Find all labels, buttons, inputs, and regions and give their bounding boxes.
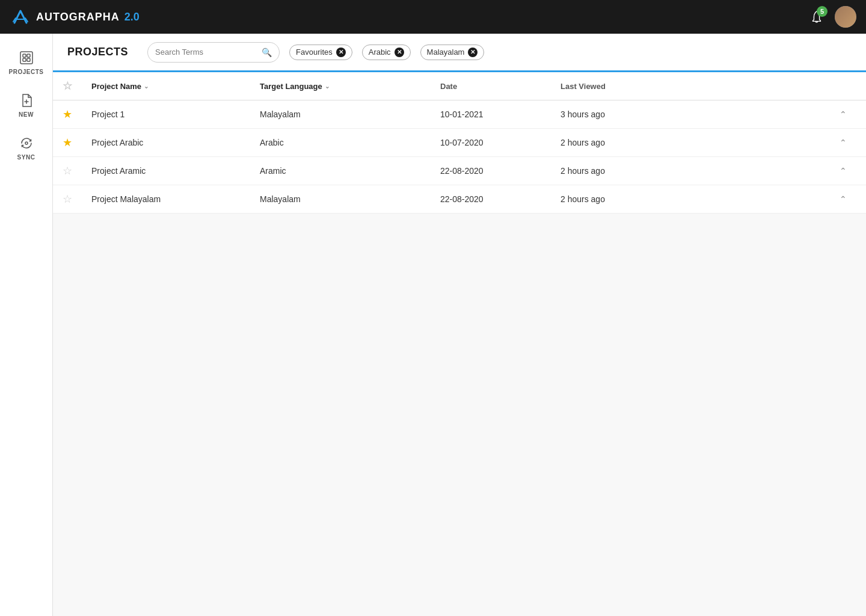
app-logo: AUTOGRAPHA 2.0 — [10, 6, 140, 28]
row-last-viewed: 2 hours ago — [551, 185, 830, 214]
expand-icon[interactable]: ⌃ — [840, 109, 847, 119]
avatar-image — [835, 6, 856, 28]
table-row: ★ Project Arabic Arabic 10-07-2020 2 hou… — [53, 129, 866, 157]
row-project-name: Project Arabic — [82, 129, 250, 157]
content-header: PROJECTS 🔍 Favourites ✕ Arabic ✕ Malayal… — [53, 34, 866, 72]
content-area: PROJECTS 🔍 Favourites ✕ Arabic ✕ Malayal… — [53, 34, 866, 616]
th-last-viewed: Last Viewed — [551, 72, 830, 100]
search-box[interactable]: 🔍 — [147, 42, 280, 63]
row-star-cell[interactable]: ☆ — [53, 157, 82, 185]
row-star-cell[interactable]: ☆ — [53, 185, 82, 214]
row-star-cell[interactable]: ★ — [53, 100, 82, 129]
row-action[interactable]: ⌃ — [830, 185, 866, 214]
row-date: 22-08-2020 — [431, 185, 551, 214]
search-input[interactable] — [155, 48, 259, 57]
table-body: ★ Project 1 Malayalam 10-01-2021 3 hours… — [53, 100, 866, 214]
main-layout: PROJECTS NEW — [0, 34, 866, 616]
search-icon: 🔍 — [262, 48, 272, 57]
row-action[interactable]: ⌃ — [830, 157, 866, 185]
row-date: 10-07-2020 — [431, 129, 551, 157]
svg-rect-4 — [23, 58, 26, 61]
project-name-label: Project Name — [91, 82, 141, 91]
date-label: Date — [440, 82, 457, 91]
row-target-language: Arabic — [250, 129, 431, 157]
table-row: ★ Project 1 Malayalam 10-01-2021 3 hours… — [53, 100, 866, 129]
filter-favourites-label: Favourites — [296, 48, 333, 57]
row-action[interactable]: ⌃ — [830, 100, 866, 129]
th-action — [830, 72, 866, 100]
page-title: PROJECTS — [67, 46, 128, 58]
row-project-name: Project Malayalam — [82, 185, 250, 214]
row-action[interactable]: ⌃ — [830, 129, 866, 157]
table-header-row: ☆ Project Name ⌄ Target Language ⌄ — [53, 72, 866, 100]
project-name-sort[interactable]: Project Name ⌄ — [91, 82, 241, 91]
row-date: 22-08-2020 — [431, 157, 551, 185]
row-target-language: Aramic — [250, 157, 431, 185]
row-date: 10-01-2021 — [431, 100, 551, 129]
filter-malayalam-close[interactable]: ✕ — [468, 48, 478, 57]
topbar-right: 5 — [806, 6, 856, 28]
star-toggle[interactable]: ☆ — [63, 193, 72, 205]
svg-rect-0 — [10, 6, 31, 28]
th-target-language[interactable]: Target Language ⌄ — [250, 72, 431, 100]
filter-chip-arabic[interactable]: Arabic ✕ — [362, 45, 411, 60]
projects-table: ☆ Project Name ⌄ Target Language ⌄ — [53, 72, 866, 214]
filter-chip-malayalam[interactable]: Malayalam ✕ — [420, 45, 485, 60]
svg-rect-1 — [20, 52, 32, 64]
projects-icon — [18, 49, 35, 66]
star-toggle[interactable]: ☆ — [63, 165, 72, 177]
th-date: Date — [431, 72, 551, 100]
sidebar-item-projects[interactable]: PROJECTS — [4, 43, 49, 81]
filter-arabic-close[interactable]: ✕ — [395, 48, 404, 57]
sidebar-item-sync[interactable]: SYNC — [4, 129, 49, 167]
lang-sort-icon: ⌄ — [325, 83, 330, 90]
target-language-sort[interactable]: Target Language ⌄ — [260, 82, 421, 91]
avatar[interactable] — [835, 6, 856, 28]
row-project-name: Project Aramic — [82, 157, 250, 185]
topbar: AUTOGRAPHA 2.0 5 — [0, 0, 866, 34]
new-file-icon — [18, 92, 35, 109]
filter-chip-favourites[interactable]: Favourites ✕ — [289, 45, 352, 60]
row-last-viewed: 2 hours ago — [551, 157, 830, 185]
filter-malayalam-label: Malayalam — [427, 48, 465, 57]
svg-rect-5 — [27, 58, 30, 61]
app-version: 2.0 — [124, 11, 140, 23]
svg-rect-3 — [27, 54, 30, 57]
expand-icon[interactable]: ⌃ — [840, 194, 847, 204]
table-wrapper: ☆ Project Name ⌄ Target Language ⌄ — [53, 72, 866, 616]
row-target-language: Malayalam — [250, 100, 431, 129]
star-toggle[interactable]: ★ — [63, 108, 72, 120]
row-target-language: Malayalam — [250, 185, 431, 214]
th-star: ☆ — [53, 72, 82, 100]
row-last-viewed: 2 hours ago — [551, 129, 830, 157]
filter-favourites-close[interactable]: ✕ — [336, 48, 346, 57]
notification-button[interactable]: 5 — [806, 6, 828, 28]
sidebar-item-new[interactable]: NEW — [4, 86, 49, 124]
row-last-viewed: 3 hours ago — [551, 100, 830, 129]
row-star-cell[interactable]: ★ — [53, 129, 82, 157]
sync-label: SYNC — [17, 154, 35, 161]
app-name: AUTOGRAPHA — [36, 11, 120, 23]
notification-badge: 5 — [817, 6, 828, 17]
star-toggle[interactable]: ★ — [63, 137, 72, 149]
name-sort-icon: ⌄ — [144, 83, 149, 90]
table-row: ☆ Project Aramic Aramic 22-08-2020 2 hou… — [53, 157, 866, 185]
sidebar: PROJECTS NEW — [0, 34, 53, 616]
filter-arabic-label: Arabic — [369, 48, 391, 57]
sync-icon — [18, 135, 35, 152]
last-viewed-label: Last Viewed — [560, 82, 606, 91]
logo-icon — [10, 6, 31, 28]
table-row: ☆ Project Malayalam Malayalam 22-08-2020… — [53, 185, 866, 214]
new-label: NEW — [19, 111, 34, 118]
expand-icon[interactable]: ⌃ — [840, 166, 847, 176]
th-project-name[interactable]: Project Name ⌄ — [82, 72, 250, 100]
svg-rect-2 — [23, 54, 26, 57]
row-project-name: Project 1 — [82, 100, 250, 129]
projects-label: PROJECTS — [9, 69, 44, 75]
expand-icon[interactable]: ⌃ — [840, 138, 847, 147]
header-star-icon[interactable]: ☆ — [63, 80, 72, 92]
target-language-label: Target Language — [260, 82, 322, 91]
